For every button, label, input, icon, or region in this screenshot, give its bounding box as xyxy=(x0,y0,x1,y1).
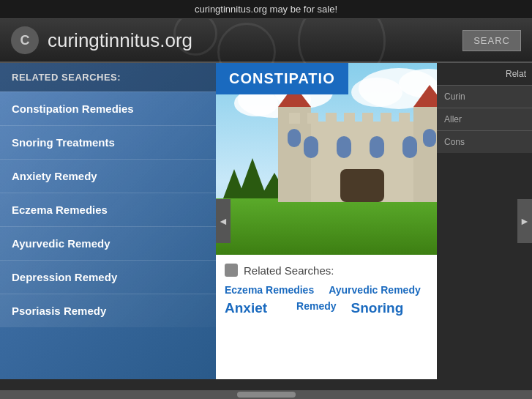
svg-rect-26 xyxy=(381,113,391,124)
svg-rect-23 xyxy=(326,113,337,124)
nav-left-arrow[interactable]: ◄ xyxy=(216,199,231,243)
bottom-link-remedy[interactable]: Remedy xyxy=(296,300,336,316)
related-searches-bottom-title: Related Searches: xyxy=(244,264,334,277)
svg-rect-32 xyxy=(340,169,384,202)
sidebar-item-psoriasis-remedy[interactable]: Psoriasis Remedy xyxy=(0,294,216,327)
sidebar-item-snoring-treatments[interactable]: Snoring Treatments xyxy=(0,125,216,159)
svg-rect-27 xyxy=(399,113,410,124)
sidebar-item-anxiety-remedy[interactable]: Anxiety Remedy xyxy=(0,159,216,193)
featured-label[interactable]: CONSTIPATIO xyxy=(216,63,348,94)
bottom-link-ayurvedic[interactable]: Ayurvedic Remedy xyxy=(329,284,421,296)
sidebar-item-eczema-remedies[interactable]: Eczema Remedies xyxy=(0,193,216,226)
nav-right-arrow[interactable]: ► xyxy=(517,199,532,243)
svg-rect-29 xyxy=(337,136,351,158)
sidebar-item-depression-remedy[interactable]: Depression Remedy xyxy=(0,260,216,294)
bottom-link-eczema[interactable]: Eczema Remedies xyxy=(225,284,314,296)
svg-rect-31 xyxy=(402,136,417,158)
svg-rect-24 xyxy=(344,113,355,124)
bottom-link-snoring[interactable]: Snoring xyxy=(351,300,404,316)
svg-rect-34 xyxy=(423,129,436,147)
main-content: RELATED SEARCHES: Constipation Remedies … xyxy=(0,63,532,379)
svg-rect-33 xyxy=(288,129,301,147)
banner-text: curingtinnitus.org may be for sale! xyxy=(195,4,337,15)
featured-label-text: CONSTIPATIO xyxy=(229,70,335,86)
related-searches-header: RELATED SEARCHES: xyxy=(0,63,216,92)
right-panel-item-2[interactable]: Cons xyxy=(437,130,532,153)
bottom-section: Related Searches: Eczema Remedies Ayurve… xyxy=(216,255,437,379)
right-panel-item-1[interactable]: Aller xyxy=(437,108,532,130)
sidebar-item-ayurvedic-remedy[interactable]: Ayurvedic Remedy xyxy=(0,226,216,260)
right-panel-header: Relat xyxy=(437,63,532,85)
center-area: CONSTIPATIO Related Searches: Eczema Rem… xyxy=(216,63,532,379)
left-sidebar: RELATED SEARCHES: Constipation Remedies … xyxy=(0,63,216,379)
svg-rect-22 xyxy=(307,113,318,124)
svg-rect-21 xyxy=(289,113,300,124)
scrollbar[interactable] xyxy=(0,390,532,399)
site-logo: C xyxy=(11,26,39,54)
logo-letter: C xyxy=(20,33,30,48)
sidebar-item-constipation-remedies[interactable]: Constipation Remedies xyxy=(0,92,216,125)
search-button[interactable]: SEARC xyxy=(462,30,521,51)
right-panel-item-0[interactable]: Curin xyxy=(437,85,532,108)
left-arrow-icon: ◄ xyxy=(218,215,228,227)
related-searches-bottom: Related Searches: xyxy=(225,264,428,277)
svg-rect-25 xyxy=(362,113,373,124)
right-arrow-icon: ► xyxy=(520,215,530,227)
bottom-links: Eczema Remedies Ayurvedic Remedy Anxiet … xyxy=(225,284,428,316)
top-banner: curingtinnitus.org may be for sale! xyxy=(0,0,532,19)
related-searches-icon xyxy=(225,264,238,277)
header: C curingtinnitus.org SEARC xyxy=(0,19,532,63)
svg-rect-28 xyxy=(304,136,318,158)
svg-rect-30 xyxy=(370,136,384,158)
bottom-link-anxiety[interactable]: Anxiet xyxy=(225,300,267,316)
svg-point-6 xyxy=(351,78,402,107)
scrollbar-thumb[interactable] xyxy=(237,392,296,398)
